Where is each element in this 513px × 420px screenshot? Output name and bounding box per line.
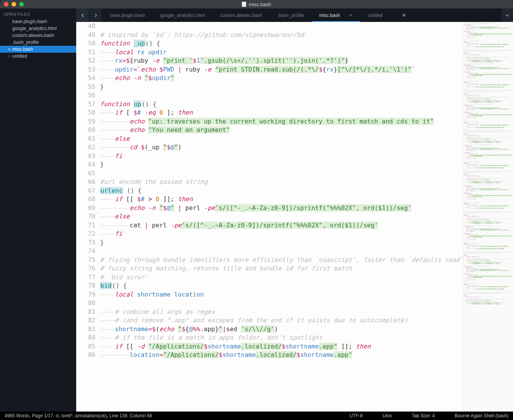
sidebar-item-custom-aliases-bash[interactable]: custom.aliases.bash (0, 32, 76, 39)
status-left[interactable]: 4985 Words, Page 1/17, cl, brett*, annot… (5, 413, 339, 418)
status-syntax[interactable]: Bourne Again Shell (bash) (445, 413, 508, 418)
close-window-button[interactable] (4, 2, 8, 7)
status-tab-size[interactable]: Tab Size: 4 (402, 413, 444, 418)
status-line-ending[interactable]: Unix (373, 413, 402, 418)
traffic-lights (0, 2, 24, 7)
dirty-icon: ○ (7, 54, 12, 58)
window-title-text: misc.bash (249, 2, 271, 7)
titlebar: misc.bash (0, 0, 513, 8)
minimize-window-button[interactable] (12, 2, 16, 7)
statusbar: 4985 Words, Page 1/17, cl, brett*, annot… (0, 412, 513, 420)
nav-back-button[interactable] (76, 8, 89, 22)
line-number-gutter: 4849505152535455565758596061626364656667… (76, 22, 100, 412)
dirty-icon (403, 14, 405, 17)
status-encoding[interactable]: UTF-8 (339, 413, 373, 418)
window-title: misc.bash (0, 2, 513, 7)
sidebar-item-label: misc.bash (12, 47, 33, 52)
sidebar-item-label: .bash_profile (12, 40, 39, 45)
tab--bash_profile[interactable]: .bash_profile (270, 8, 312, 22)
tab-label: untitled (368, 13, 383, 18)
tab-label: custom.aliases.bash (220, 13, 262, 18)
editor-area: base.plugin.bashgoogle_analytics.htmlcus… (76, 8, 513, 412)
nav-forward-button[interactable] (89, 8, 102, 22)
sidebar-item-label: custom.aliases.bash (12, 33, 54, 38)
sidebar-item--bash_profile[interactable]: .bash_profile (0, 39, 76, 46)
tab-label: misc.bash (319, 13, 340, 18)
maximize-window-button[interactable] (19, 2, 24, 7)
file-icon (242, 2, 246, 7)
editor-content[interactable]: 4849505152535455565758596061626364656667… (76, 22, 513, 412)
sidebar-item-label: google_analytics.html (12, 26, 57, 31)
tab-overflow-button[interactable] (501, 8, 513, 22)
close-icon: × (7, 47, 12, 52)
tab-base-plugin-bash[interactable]: base.plugin.bash (102, 8, 153, 22)
tab-bar: base.plugin.bashgoogle_analytics.htmlcus… (76, 8, 513, 22)
tab-label: base.plugin.bash (110, 13, 145, 18)
tab-custom-aliases-bash[interactable]: custom.aliases.bash (212, 8, 270, 22)
tab-untitled[interactable]: untitled (360, 8, 413, 22)
sidebar-item-label: untitled (12, 53, 27, 59)
minimap[interactable]: # inspired by `bd`: https://github.com/v… (463, 22, 513, 412)
tab-misc-bash[interactable]: misc.bash× (312, 8, 360, 22)
sidebar: OPEN FILES base.plugin.bashgoogle_analyt… (0, 8, 76, 412)
tab-close-icon[interactable]: × (349, 12, 353, 18)
sidebar-item-google_analytics-html[interactable]: google_analytics.html (0, 25, 76, 32)
sidebar-item-untitled[interactable]: ○untitled (0, 53, 76, 60)
sidebar-item-base-plugin-bash[interactable]: base.plugin.bash (0, 18, 76, 25)
tab-google_analytics-html[interactable]: google_analytics.html (153, 8, 212, 22)
tab-label: google_analytics.html (160, 13, 205, 18)
open-files-header[interactable]: OPEN FILES (0, 10, 76, 18)
tab-label: .bash_profile (277, 13, 304, 18)
sidebar-item-misc-bash[interactable]: ×misc.bash (0, 46, 76, 53)
code-area[interactable]: # inspired by `bd`: https://github.com/v… (100, 22, 463, 412)
sidebar-item-label: base.plugin.bash (12, 19, 47, 24)
